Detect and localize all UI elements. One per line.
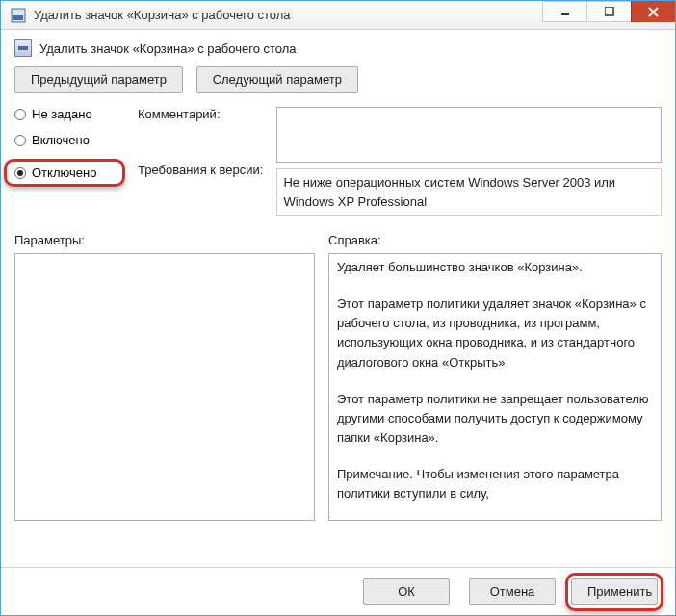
lower-section: Параметры: Справка: Удаляет большинство … bbox=[14, 233, 662, 521]
radio-circle-icon bbox=[14, 167, 26, 179]
upper-section: Не задано Включено Отключено Комментарий… bbox=[14, 107, 662, 216]
highlight-annotation: Применить bbox=[565, 573, 663, 611]
radio-label: Включено bbox=[32, 133, 90, 147]
next-setting-button[interactable]: Следующий параметр bbox=[196, 66, 358, 93]
help-panel: Справка: Удаляет большинство значков «Ко… bbox=[328, 233, 662, 521]
requirements-text: Не ниже операционных систем Windows Serv… bbox=[276, 168, 662, 216]
policy-header: Удалить значок «Корзина» с рабочего стол… bbox=[14, 39, 662, 57]
svg-rect-1 bbox=[13, 15, 23, 20]
window-title: Удалить значок «Корзина» с рабочего стол… bbox=[34, 8, 542, 22]
parameters-label: Параметры: bbox=[14, 233, 315, 247]
policy-icon bbox=[14, 39, 32, 57]
radio-disabled[interactable]: Отключено bbox=[14, 166, 115, 180]
parameters-panel: Параметры: bbox=[14, 233, 315, 521]
help-paragraph: Этот параметр политики не запрещает поль… bbox=[337, 390, 653, 448]
state-radio-group: Не задано Включено Отключено bbox=[14, 107, 124, 216]
radio-circle-icon bbox=[14, 135, 26, 146]
cancel-button[interactable]: Отмена bbox=[469, 578, 556, 605]
minimize-button[interactable] bbox=[542, 1, 586, 22]
highlight-annotation: Отключено bbox=[4, 159, 125, 187]
labels-column: Комментарий: Требования к версии: bbox=[138, 107, 263, 216]
parameters-box[interactable] bbox=[14, 253, 315, 521]
radio-label: Не задано bbox=[32, 107, 92, 121]
comment-textarea[interactable] bbox=[276, 107, 662, 163]
content-area: Удалить значок «Корзина» с рабочего стол… bbox=[1, 30, 675, 557]
policy-editor-window: Удалить значок «Корзина» с рабочего стол… bbox=[0, 0, 676, 616]
ok-button[interactable]: ОК bbox=[363, 578, 450, 605]
nav-buttons: Предыдущий параметр Следующий параметр bbox=[14, 66, 662, 93]
titlebar: Удалить значок «Корзина» с рабочего стол… bbox=[1, 1, 675, 30]
radio-label: Отключено bbox=[32, 166, 96, 180]
values-column: Не ниже операционных систем Windows Serv… bbox=[276, 107, 662, 216]
prev-setting-button[interactable]: Предыдущий параметр bbox=[14, 66, 183, 93]
help-paragraph: Этот параметр политики удаляет значок «К… bbox=[337, 295, 653, 372]
help-box[interactable]: Удаляет большинство значков «Корзина». Э… bbox=[328, 253, 662, 521]
footer-buttons: ОК Отмена Применить bbox=[1, 567, 675, 615]
app-icon bbox=[9, 6, 28, 25]
comment-label: Комментарий: bbox=[138, 107, 263, 163]
close-button[interactable] bbox=[631, 1, 675, 22]
radio-circle-icon bbox=[14, 109, 26, 120]
window-controls bbox=[542, 1, 675, 22]
svg-rect-3 bbox=[605, 7, 613, 15]
radio-enabled[interactable]: Включено bbox=[14, 133, 124, 147]
policy-title: Удалить значок «Корзина» с рабочего стол… bbox=[39, 41, 297, 56]
radio-not-configured[interactable]: Не задано bbox=[14, 107, 124, 121]
help-paragraph: Примечание. Чтобы изменения этого параме… bbox=[337, 465, 653, 503]
help-paragraph: Удаляет большинство значков «Корзина». bbox=[337, 258, 653, 277]
requirements-label: Требования к версии: bbox=[138, 163, 263, 177]
maximize-button[interactable] bbox=[586, 1, 631, 22]
help-label: Справка: bbox=[328, 233, 662, 247]
apply-button[interactable]: Применить bbox=[571, 578, 658, 605]
